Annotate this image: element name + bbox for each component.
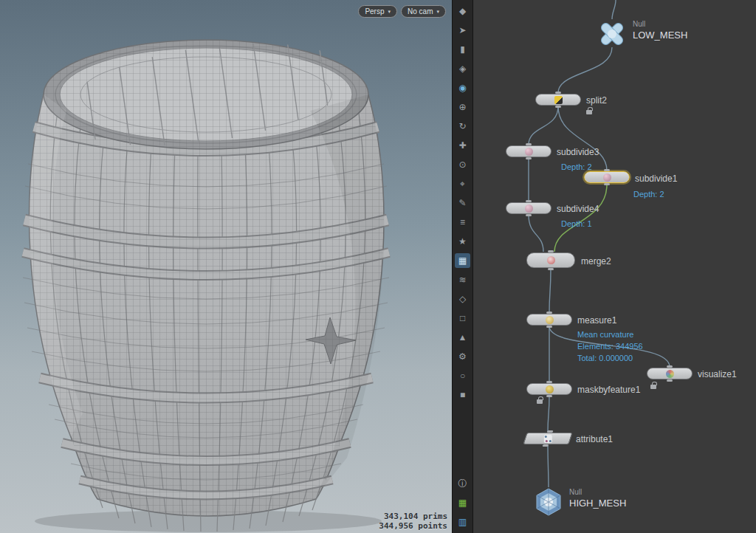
param-measure-elements: Elements: 344956 — [577, 342, 643, 351]
node-label-low-mesh[interactable]: LOW_MESH — [633, 30, 687, 41]
node-merge2[interactable] — [526, 252, 575, 268]
lock-badge-icon — [586, 110, 592, 114]
node-label-split2[interactable]: split2 — [586, 95, 607, 106]
null-node-low-mesh[interactable] — [597, 19, 627, 49]
null-node-high-mesh[interactable] — [534, 487, 563, 517]
wire-lowmesh-split2 — [558, 47, 612, 93]
diamond-icon[interactable]: ◇ — [455, 292, 470, 306]
camera-label: No cam — [408, 6, 433, 17]
blue-grid-icon[interactable]: ▥ — [455, 515, 470, 529]
pivot-icon[interactable]: ⊙ — [455, 157, 470, 172]
lock-badge-icon — [537, 399, 543, 404]
chevron-down-icon: ▾ — [436, 6, 439, 17]
geometry-stats: 343,104 prims 344,956 points — [379, 512, 447, 531]
measure-node-icon — [546, 316, 554, 324]
wire-split2-subdivide3 — [529, 106, 558, 145]
grid-tool-icon[interactable]: ▦ — [455, 253, 470, 268]
node-label-maskbyfeature1[interactable]: maskbyfeature1 — [577, 385, 640, 395]
shield-icon[interactable]: ◈ — [455, 61, 470, 76]
scene-viewport[interactable]: Persp ▾ No cam ▾ 343,104 prims 344,956 p… — [0, 0, 452, 533]
node-label-attribute1[interactable]: attribute1 — [576, 434, 613, 444]
visualize-node-icon — [666, 370, 674, 378]
zoom-icon[interactable]: ⊕ — [455, 100, 470, 114]
param-depth-subdivide3: Depth: 2 — [561, 162, 592, 171]
wire-input-low-mesh — [612, 0, 616, 19]
node-wires — [473, 0, 756, 533]
target-icon[interactable]: ⌖ — [455, 176, 470, 191]
node-subdivide1[interactable] — [584, 171, 630, 183]
solid-square-icon[interactable]: ■ — [455, 388, 470, 402]
snap-icon[interactable]: ◆ — [455, 4, 470, 18]
node-label-subdivide4[interactable]: subdivide4 — [557, 204, 599, 214]
visibility-icon[interactable]: ◉ — [455, 80, 470, 95]
wireframe-overlay — [0, 0, 452, 533]
merge-node-icon — [547, 256, 555, 264]
perspective-label: Persp — [365, 6, 384, 17]
node-measure1[interactable] — [526, 314, 572, 326]
favorites-icon[interactable]: ★ — [455, 234, 470, 249]
prims-count: 343,104 prims — [379, 512, 447, 521]
viewport-camera-menus: Persp ▾ No cam ▾ — [358, 5, 446, 18]
green-grid-icon[interactable]: ▦ — [455, 495, 470, 510]
rotate-view-icon[interactable]: ↻ — [455, 119, 470, 134]
null-type-label: Null — [633, 20, 645, 28]
null-type-label: Null — [569, 488, 582, 496]
node-label-visualize1[interactable]: visualize1 — [698, 369, 737, 379]
node-label-subdivide3[interactable]: subdivide3 — [557, 147, 599, 157]
triangle-icon[interactable]: ▲ — [455, 330, 470, 345]
lock-icon[interactable]: ▮ — [455, 42, 470, 57]
param-depth-subdivide1: Depth: 2 — [633, 190, 664, 199]
edit-icon[interactable]: ✎ — [455, 196, 470, 210]
node-label-merge2[interactable]: merge2 — [581, 256, 611, 266]
wire-subdivide1-merge2-green — [554, 185, 607, 252]
perspective-menu-button[interactable]: Persp ▾ — [358, 5, 397, 18]
select-arrow-icon[interactable]: ➤ — [455, 23, 470, 38]
split-node-icon — [554, 96, 563, 104]
wire-subdivide4-merge2 — [529, 215, 543, 252]
chevron-down-icon: ▾ — [388, 6, 391, 17]
subdivide-node-icon — [525, 148, 533, 156]
wire-attribute1-highmesh — [548, 446, 549, 487]
node-subdivide4[interactable] — [506, 202, 551, 214]
lock-badge-icon — [650, 385, 656, 389]
node-attribute1[interactable] — [523, 433, 572, 444]
node-visualize1[interactable] — [647, 368, 693, 379]
list-icon[interactable]: ≡ — [455, 215, 470, 230]
node-label-high-mesh[interactable]: HIGH_MESH — [569, 498, 626, 509]
attribute-node-icon — [544, 435, 552, 443]
viewport-toolbar: ◆➤▮◈◉⊕↻✚⊙⌖✎≡★▦≋◇□▲⚙○■ⓘ▦▥ — [452, 0, 473, 533]
settings-gear-icon[interactable]: ⚙ — [455, 349, 470, 364]
info-icon[interactable]: ⓘ — [455, 476, 470, 491]
points-count: 344,956 points — [379, 521, 447, 531]
pan-icon[interactable]: ✚ — [455, 138, 470, 153]
param-measure-mode: Mean curvature — [577, 330, 633, 339]
node-label-measure1[interactable]: measure1 — [577, 315, 616, 326]
subdivide-node-icon — [525, 204, 533, 213]
param-measure-total: Total: 0.000000 — [577, 354, 633, 362]
camera-select-button[interactable]: No cam ▾ — [401, 5, 446, 18]
param-depth-subdivide4: Depth: 1 — [561, 219, 592, 228]
barrel-mesh — [0, 0, 452, 533]
waves-icon[interactable]: ≋ — [455, 272, 470, 287]
circle-icon[interactable]: ○ — [455, 368, 470, 383]
wire-split2-subdivide1 — [558, 106, 607, 171]
node-maskbyfeature1[interactable] — [526, 383, 572, 395]
node-split2[interactable] — [535, 94, 581, 106]
wire-maskbyfeature1-attribute1 — [548, 396, 549, 432]
houdini-window: Persp ▾ No cam ▾ 343,104 prims 344,956 p… — [0, 0, 756, 533]
square-icon[interactable]: □ — [455, 311, 470, 326]
wire-merge2-measure1 — [549, 269, 551, 313]
node-label-subdivide1[interactable]: subdivide1 — [635, 173, 677, 184]
maskbyfeature-node-icon — [546, 385, 554, 393]
subdivide-node-icon — [603, 173, 611, 182]
node-subdivide3[interactable] — [506, 145, 551, 157]
network-editor[interactable]: Null LOW_MESH split2 subdivide3 Depth: 2… — [473, 0, 756, 533]
